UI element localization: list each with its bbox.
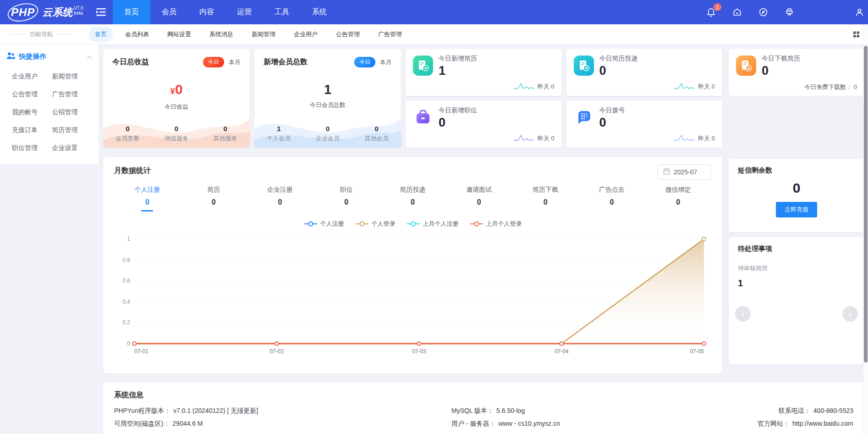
sidebar-item-news-management[interactable]: 新闻管理 <box>52 72 93 81</box>
stat-card-footer: 昨天 0 <box>698 134 715 143</box>
official-site-link[interactable]: http://www.baidu.com <box>792 420 853 427</box>
tab-news-management[interactable]: 新闻管理 <box>246 27 281 42</box>
system-info-title: 系统信息 <box>114 390 853 400</box>
mstat-resumes[interactable]: 简历0 <box>181 186 247 211</box>
tab-system-messages[interactable]: 系统消息 <box>203 27 239 42</box>
mstat-wechat-binds[interactable]: 微信绑定0 <box>645 186 711 211</box>
grid-layout-icon[interactable] <box>853 31 860 38</box>
legend-item[interactable]: 个人注册 <box>304 220 344 228</box>
stat-card-title: 今日新增职位 <box>439 106 477 115</box>
nav-item-tools[interactable]: 工具 <box>263 0 301 24</box>
members-tab-month[interactable]: 本月 <box>380 58 392 67</box>
sidebar-item-announcement-management[interactable]: 公告管理 <box>12 90 52 99</box>
monthly-stats-card: 月数据统计 2025-07 个人注册0 简历0 企业注册0 职位0 简历投递0 <box>103 157 722 373</box>
legend-item[interactable]: 个人登录 <box>355 220 396 228</box>
menu-collapse-icon[interactable] <box>96 8 106 16</box>
nav-item-home[interactable]: 首页 <box>113 0 150 24</box>
mstat-resume-downloads[interactable]: 简历下载0 <box>512 186 579 211</box>
tab-home[interactable]: 首页 <box>89 27 113 42</box>
compass-icon[interactable] <box>758 7 769 17</box>
nav-item-system[interactable]: 系统 <box>301 0 338 24</box>
revenue-value-label: 今日收益 <box>112 103 241 111</box>
tab-site-settings[interactable]: 网站设置 <box>161 27 197 42</box>
revenue-stat: 0会员套餐 <box>103 125 152 143</box>
carousel-next-button[interactable]: › <box>842 306 858 322</box>
sidebar-item-recharge-orders[interactable]: 充值订单 <box>12 126 52 134</box>
sparkline <box>513 82 534 91</box>
monthly-stats-title: 月数据统计 <box>114 166 711 176</box>
stat-card-footer: 今日免费下载数： 0 <box>804 83 857 91</box>
sidebar-item-my-account[interactable]: 我的帐号 <box>12 108 52 117</box>
tab-announcement-management[interactable]: 公告管理 <box>330 27 366 42</box>
recharge-now-button[interactable]: 立即充值 <box>776 202 817 217</box>
notification-bell-icon[interactable]: 1 <box>706 7 716 17</box>
revenue-tab-today[interactable]: 今日 <box>203 57 224 67</box>
logo-version: V7.0beta <box>74 6 83 16</box>
sidebar-item-job-management[interactable]: 职位管理 <box>12 144 52 152</box>
sparkline <box>513 134 534 143</box>
home-icon[interactable] <box>732 7 742 17</box>
mstat-interview-invites[interactable]: 邀请面试0 <box>446 186 512 211</box>
stat-card-footer: 昨天 0 <box>538 134 555 143</box>
mstat-ad-clicks[interactable]: 广告点击0 <box>578 186 645 211</box>
members-tab-today[interactable]: 今日 <box>354 57 375 67</box>
svg-text:07-04: 07-04 <box>555 348 569 355</box>
revenue-card-title: 今日总收益 <box>112 57 203 67</box>
svg-text:07-03: 07-03 <box>412 348 426 355</box>
stat-card-new-resumes: 今日新增简历 1 昨天 0 <box>406 49 562 96</box>
members-value-label: 今日会员总数 <box>264 101 392 109</box>
brush-icon[interactable] <box>784 7 795 17</box>
sidebar-item-enterprise-settings[interactable]: 企业设置 <box>52 144 93 152</box>
sidebar-nav-title: 功能导航 <box>0 30 82 39</box>
stat-card-title: 今日下载简历 <box>762 55 800 63</box>
stat-card-value: 0 <box>599 116 625 129</box>
legend-item[interactable]: 上月个人登录 <box>470 220 522 228</box>
month-picker[interactable]: 2025-07 <box>657 164 711 180</box>
svg-text:1: 1 <box>127 236 130 242</box>
stat-card-value: 0 <box>599 64 638 78</box>
official-site-row: 官方网站：http://www.baidu.com <box>758 420 853 428</box>
legend-item[interactable]: 上月个人注册 <box>407 220 459 228</box>
contact-phone-row: 联系电话：400-880-5523 <box>779 407 853 415</box>
user-profile-icon[interactable] <box>854 7 865 17</box>
tab-bar: 功能导航 首页 会员列表 网站设置 系统消息 新闻管理 企业用户 公告管理 广告… <box>0 24 868 45</box>
mstat-jobs[interactable]: 职位0 <box>313 186 379 211</box>
quick-actions-header[interactable]: 快捷操作 <box>6 52 92 61</box>
mstat-resume-deliveries[interactable]: 简历投递0 <box>379 186 446 211</box>
members-card-title: 新增会员总数 <box>264 57 354 67</box>
carousel-prev-button[interactable]: ‹ <box>735 306 751 322</box>
notification-badge: 1 <box>714 3 721 11</box>
logo-php-text: PHP <box>7 5 38 20</box>
mysql-version-row: MySQL 版本：5.6.50-log <box>451 407 740 415</box>
stat-card-title: 今日新增简历 <box>439 55 477 63</box>
revenue-tab-month[interactable]: 本月 <box>229 58 241 67</box>
mstat-company-register[interactable]: 企业注册0 <box>247 186 313 211</box>
resume-send-icon <box>574 56 594 76</box>
app-logo[interactable]: PHP 云系统 V7.0beta <box>7 5 83 20</box>
main-content: 今日总收益 今日 本月 ¥0 今日收益 0会员套餐 0增值服务 <box>99 45 868 434</box>
stat-card-resume-downloads: 今日下载简历 0 今日免费下载数： 0 <box>729 49 864 96</box>
tab-member-list[interactable]: 会员列表 <box>119 27 155 42</box>
sidebar-item-recruit-management[interactable]: 公招管理 <box>52 108 93 117</box>
stat-card-dials: 今日拨号 0 昨天 0 <box>566 100 723 148</box>
sidebar-item-enterprise-users[interactable]: 企业用户 <box>12 72 52 81</box>
nav-item-content[interactable]: 内容 <box>188 0 225 24</box>
pending-resumes-value: 1 <box>738 278 855 289</box>
sms-balance-value: 0 <box>738 180 855 196</box>
members-stat: 0其他会员 <box>352 125 401 143</box>
nav-item-operation[interactable]: 运营 <box>225 0 263 24</box>
new-members-card: 新增会员总数 今日 本月 1 今日会员总数 1个人会员 0企业会员 <box>254 49 401 148</box>
nav-item-members[interactable]: 会员 <box>150 0 188 24</box>
mstat-personal-register[interactable]: 个人注册0 <box>114 186 181 211</box>
tab-ad-management[interactable]: 广告管理 <box>372 27 408 42</box>
sidebar-item-resume-management[interactable]: 简历管理 <box>52 126 93 134</box>
sidebar-item-ad-management[interactable]: 广告管理 <box>52 90 93 99</box>
tab-enterprise-users[interactable]: 企业用户 <box>288 27 324 42</box>
left-sidebar: 快捷操作 企业用户 新闻管理 公告管理 广告管理 我的帐号 公招管理 充值订单 … <box>0 45 99 434</box>
window-scrollbar-thumb[interactable] <box>864 46 868 362</box>
members-stat: 1个人会员 <box>254 125 303 143</box>
stat-card-value: 0 <box>439 116 477 129</box>
members-stat: 0企业会员 <box>303 125 352 143</box>
chevron-up-icon[interactable] <box>87 53 92 61</box>
svg-text:0: 0 <box>127 340 130 347</box>
